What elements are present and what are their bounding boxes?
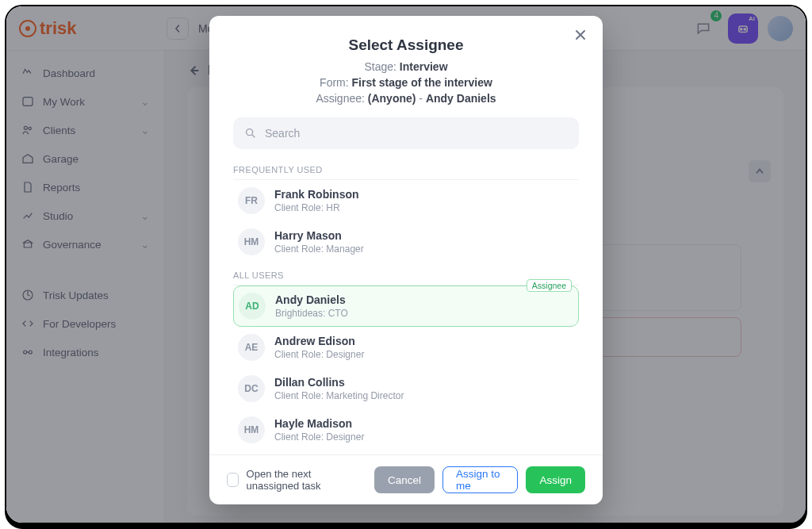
user-name: Frank Robinson [274,188,359,201]
open-next-checkbox[interactable] [227,473,239,487]
user-initials: FR [238,187,265,214]
app-frame: trisk Mond 4 AI Dashboard My Work ⌄ [5,5,807,524]
user-row[interactable]: HM Harry Mason Client Role: Manager [233,221,579,263]
search-input[interactable] [265,127,568,140]
user-row[interactable]: FR Frank Robinson Client Role: HR [233,180,579,221]
open-next-label: Open the next unassigned task [247,468,358,492]
close-icon [574,29,587,41]
user-name: Dillan Collins [274,376,404,389]
form-meta: Form: First stage of the interview [233,76,579,89]
user-sub: Brightideas: CTO [275,308,348,319]
user-name: Andy Daniels [275,293,348,306]
assign-to-me-button[interactable]: Assign to me [442,466,519,493]
assign-button[interactable]: Assign [526,466,585,493]
user-initials: AE [238,334,265,361]
user-initials: HM [238,416,265,443]
modal-footer: Open the next unassigned task Cancel Ass… [209,454,603,504]
modal-scrim[interactable]: Select Assignee Stage: Interview Form: F… [6,6,806,523]
assignee-meta: Assignee: (Anyone) - Andy Daniels [233,92,579,105]
user-sub: Client Role: Marketing Director [274,390,404,401]
user-name: Harry Mason [274,229,364,242]
user-sub: Client Role: Designer [274,349,364,360]
modal-scroll-area[interactable]: FREQUENTLY USED FR Frank Robinson Client… [209,113,603,454]
group-frequent: FREQUENTLY USED [233,160,579,180]
close-button[interactable] [569,24,592,46]
user-name: Hayle Madison [274,417,364,430]
user-sub: Client Role: Designer [274,431,364,443]
user-initials: HM [238,228,265,255]
cancel-button[interactable]: Cancel [374,466,435,493]
modal-title: Select Assignee [233,36,579,54]
user-row[interactable]: AE Andrew Edison Client Role: Designer [233,327,579,368]
user-sub: Client Role: Manager [274,243,364,255]
assignee-badge: Assignee [527,279,572,292]
svg-point-9 [247,129,253,136]
user-row[interactable]: JN Jenny Nollan [233,450,579,454]
stage-meta: Stage: Interview [233,60,579,73]
user-initials: AD [239,293,266,320]
select-assignee-modal: Select Assignee Stage: Interview Form: F… [209,16,603,504]
user-initials: DC [238,375,265,402]
search-field[interactable] [233,117,579,149]
user-name: Andrew Edison [274,335,364,347]
user-row-selected[interactable]: Assignee AD Andy Daniels Brightideas: CT… [233,286,579,327]
user-sub: Client Role: HR [274,202,359,213]
user-row[interactable]: DC Dillan Collins Client Role: Marketing… [233,368,579,409]
user-row[interactable]: HM Hayle Madison Client Role: Designer [233,409,579,450]
search-icon [244,127,257,140]
